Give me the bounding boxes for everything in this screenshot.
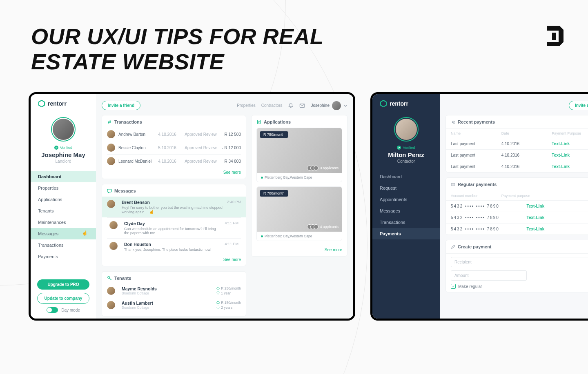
- sidebar-dark: rentorr Verified Milton Perez Contactor …: [372, 94, 440, 319]
- svg-point-4: [217, 292, 219, 294]
- sidebar-item-request[interactable]: Request: [372, 182, 440, 194]
- topbar: Invite a friend: [445, 99, 588, 115]
- text-link[interactable]: Text-Link: [527, 204, 588, 208]
- property-card[interactable]: R 700/month 4 applicants Plettenberg Bay…: [256, 186, 342, 241]
- top-link-contractors[interactable]: Contractors: [261, 103, 283, 108]
- text-link[interactable]: Text-Link: [527, 227, 588, 231]
- top-link-properties[interactable]: Properties: [237, 103, 256, 108]
- sidebar-item-appointments[interactable]: Appointments: [372, 194, 440, 205]
- clock-icon: [216, 291, 220, 294]
- sidebar-nav: DashboardPropertiesApplicationsTenantsMa…: [31, 171, 96, 262]
- transaction-row[interactable]: Bessie Clayton 5.10.2016 Approved Review…: [107, 141, 241, 154]
- avatar-icon: [109, 221, 118, 229]
- profile-name: Milton Perez: [388, 151, 424, 158]
- applications-card: Applications R 750/month 3 applicants Pl…: [251, 115, 347, 257]
- text-link[interactable]: Text-Link: [552, 153, 588, 157]
- user-avatar-icon: [332, 101, 341, 110]
- profile-name: Josephine May: [41, 151, 85, 158]
- sidebar-item-messages[interactable]: Messages☝: [31, 228, 96, 239]
- recent-payments-panel: Recent payments NameDatePayment Purpose …: [445, 115, 588, 173]
- app-frame-contractor: rentorr Verified Milton Perez Contactor …: [370, 92, 588, 321]
- see-more-link[interactable]: See more: [107, 255, 241, 262]
- sidebar-item-dashboard[interactable]: Dashboard: [372, 171, 440, 182]
- avatar-icon: [107, 157, 115, 165]
- main-content: Invite a friend Recent payments NameDate…: [440, 94, 588, 319]
- cursor-icon: ☝: [149, 210, 154, 214]
- sidebar-item-properties[interactable]: Properties: [31, 182, 96, 194]
- user-chip[interactable]: Josephine: [311, 101, 347, 110]
- transaction-row[interactable]: Leonard McDaniel 4.10.2016 Approved Revi…: [107, 154, 241, 168]
- avatar-icon: [107, 200, 115, 208]
- bell-icon[interactable]: [288, 103, 294, 108]
- sidebar-nav: DashboardRequestAppointmentsMessagesTran…: [372, 171, 440, 239]
- mail-icon[interactable]: [299, 103, 305, 108]
- tenant-row[interactable]: Austin LambertBraeburn Cottage R 150/mon…: [107, 298, 241, 312]
- app-frame-landlord: rentorr Verified Josephine May Landlord …: [29, 92, 355, 321]
- ms-logo-icon: [543, 24, 568, 48]
- tenants-card: Tenants Mayme ReynoldsBraeburn Cottage R…: [102, 271, 246, 316]
- update-company-button[interactable]: Update to company: [37, 293, 89, 304]
- message-row[interactable]: Clyde Day Can we schedule an appointment…: [107, 217, 241, 238]
- messages-card: Messages Brent Benson Hey! I'm sorry to …: [102, 184, 246, 266]
- sidebar-item-payments[interactable]: Payments: [31, 251, 96, 262]
- check-circle-icon: [54, 146, 58, 150]
- chevron-down-icon: [343, 104, 347, 108]
- tenant-row[interactable]: Mayme ReynoldsBraeburn Cottage R 250/mon…: [107, 284, 241, 298]
- swap-icon: [107, 120, 112, 124]
- profile-role: Landlord: [56, 159, 71, 164]
- sidebar-item-maintenances[interactable]: Maintenances: [31, 217, 96, 228]
- sidebar-item-tenants[interactable]: Tenants: [31, 205, 96, 217]
- see-more-link[interactable]: See more: [107, 168, 241, 175]
- price-tag: R 700/month: [260, 190, 288, 197]
- sidebar-item-dashboard[interactable]: Dashboard: [31, 171, 96, 182]
- brand-logo[interactable]: rentorr: [31, 100, 67, 107]
- sidebar: rentorr Verified Josephine May Landlord …: [31, 94, 96, 319]
- property-location: Plettenberg Bay,Western Cape: [257, 232, 342, 241]
- document-icon: [256, 120, 261, 124]
- chat-icon: [107, 188, 112, 193]
- text-link[interactable]: Text-Link: [552, 164, 588, 169]
- upgrade-pro-button[interactable]: Upgrade to PRO: [37, 279, 89, 290]
- text-link[interactable]: Text-Link: [527, 215, 588, 220]
- profile-avatar[interactable]: [51, 117, 76, 142]
- property-image: R 700/month 4 applicants: [257, 187, 342, 232]
- invite-friend-button[interactable]: Invite a friend: [102, 101, 140, 110]
- recipient-input[interactable]: Recipient: [451, 257, 588, 267]
- regular-payments-panel: Regular payments Account numberPayment p…: [445, 177, 588, 235]
- invite-friend-button[interactable]: Invite a friend: [569, 101, 588, 110]
- sidebar-item-applications[interactable]: Applications: [31, 194, 96, 205]
- text-link[interactable]: Text-Link: [552, 142, 588, 146]
- check-circle-icon: [397, 146, 401, 150]
- payment-row: Last payment 4.10.2016 Text-Link: [446, 149, 588, 161]
- verified-badge: Verified: [54, 146, 72, 150]
- message-row[interactable]: Brent Benson Hey! I'm sorry to bother yo…: [102, 197, 246, 217]
- sidebar-item-transactions[interactable]: Transactions: [372, 217, 440, 228]
- verified-badge: Verified: [397, 146, 415, 150]
- payment-row: 5432 •••• •••• 7890 Text-Link: [446, 223, 588, 235]
- brand-logo[interactable]: rentorr: [372, 100, 408, 107]
- topbar: Invite a friend Properties Contractors J…: [102, 99, 347, 115]
- payment-row: 5432 •••• •••• 7890 Text-Link: [446, 200, 588, 212]
- avatar-icon: [107, 144, 115, 152]
- sidebar-item-payments[interactable]: Payments: [372, 228, 440, 239]
- chevron-left-icon: [451, 120, 455, 124]
- day-mode-toggle[interactable]: [47, 307, 58, 313]
- avatar-icon: [109, 242, 118, 250]
- property-card[interactable]: R 750/month 3 applicants Plettenberg Bay…: [256, 128, 342, 182]
- avatar-icon: [107, 301, 115, 309]
- sidebar-item-messages[interactable]: Messages: [372, 205, 440, 217]
- amount-input[interactable]: Amount: [451, 270, 527, 281]
- profile-avatar[interactable]: [394, 117, 419, 142]
- sidebar-item-transactions[interactable]: Transactions: [31, 239, 96, 251]
- property-location: Plettenberg Bay,Western Cape: [257, 173, 342, 182]
- svg-point-7: [397, 146, 401, 150]
- transaction-row[interactable]: Andrew Barton 4.10.2016 Approved Review …: [107, 128, 241, 141]
- make-regular-checkbox[interactable]: ✓Make regular: [451, 284, 588, 289]
- message-row[interactable]: Don Houston Thank you, Josephine. The pl…: [107, 238, 241, 255]
- payment-row: Last payment 4.10.2016 Text-Link: [446, 138, 588, 149]
- card-icon: [451, 182, 455, 187]
- svg-rect-2: [107, 189, 111, 192]
- avatar-icon: [107, 130, 115, 138]
- see-more-link[interactable]: See more: [256, 245, 342, 254]
- applicants-badge: 4 applicants: [309, 224, 339, 229]
